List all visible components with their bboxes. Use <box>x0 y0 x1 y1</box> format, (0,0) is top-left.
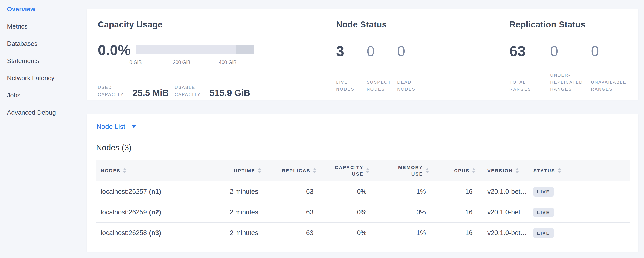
sidebar-item-metrics[interactable]: Metrics <box>0 18 85 35</box>
uptime-cell: 2 minutes <box>212 223 266 243</box>
capacity-gauge-used-segment <box>136 47 136 52</box>
column-header-cpus[interactable]: CPUS <box>433 160 480 181</box>
version-cell: v20.1.0-bet… <box>480 181 530 202</box>
sidebar-item-statements[interactable]: Statements <box>0 52 85 69</box>
replication-status-title: Replication Status <box>510 20 586 29</box>
total-ranges-count: 63 <box>510 44 546 58</box>
capacity-gauge-axis: 0 GiB 200 GiB 400 GiB <box>136 60 254 66</box>
cpus-cell: 16 <box>433 181 480 202</box>
suspect-nodes-stat: 0 SUSPECT NODES <box>367 44 390 93</box>
node-status-stats: 3 LIVE NODES 0 SUSPECT NODES 0 DEAD NODE… <box>336 44 428 93</box>
status-badge: LIVE <box>534 187 554 197</box>
node-address-cell[interactable]: localhost:26257(n1) <box>96 181 212 202</box>
node-list-card: Node List Nodes (3) NODES UPTIME REPLICA… <box>86 114 638 252</box>
memory-use-cell: 1% <box>374 181 433 202</box>
replicas-cell: 63 <box>266 202 320 222</box>
sort-icon[interactable] <box>558 168 561 173</box>
unavailable-ranges-stat: 0 UNAVAILABLE RANGES <box>591 44 628 93</box>
sort-icon[interactable] <box>123 168 126 173</box>
node-status-title: Node Status <box>336 20 387 29</box>
column-header-uptime[interactable]: UPTIME <box>212 160 266 181</box>
sidebar-item-databases[interactable]: Databases <box>0 35 85 52</box>
table-row-node-1[interactable]: localhost:26257(n1) 2 minutes 63 0% 1% 1… <box>96 181 630 202</box>
sidebar-item-jobs[interactable]: Jobs <box>0 87 85 104</box>
sort-icon[interactable] <box>426 168 429 173</box>
sidebar-nav: Overview Metrics Databases Statements Ne… <box>0 1 85 121</box>
replicas-cell: 63 <box>266 181 320 202</box>
status-cell: LIVE <box>530 223 630 243</box>
live-nodes-label: LIVE NODES <box>336 79 360 93</box>
column-header-status[interactable]: STATUS <box>530 160 630 181</box>
node-address: localhost:26258 <box>101 229 147 237</box>
capacity-used-percent: 0.0% <box>98 43 131 57</box>
sort-icon[interactable] <box>258 168 261 173</box>
capacity-use-cell: 0% <box>320 223 374 243</box>
used-capacity-value: 25.5 MiB <box>132 88 169 98</box>
column-label: STATUS <box>534 167 555 174</box>
uptime-cell: 2 minutes <box>212 202 266 222</box>
cluster-summary-card: Capacity Usage 0.0% 0 GiB 200 GiB 400 Gi… <box>86 9 638 100</box>
under-replicated-ranges-stat: 0 UNDER-REPLICATED RANGES <box>550 44 587 93</box>
usable-capacity-label: USABLE CAPACITY <box>175 84 204 98</box>
nodes-table: NODES UPTIME REPLICAS CAPACITY USE MEMOR… <box>96 160 630 243</box>
sort-icon[interactable] <box>313 168 316 173</box>
nodes-table-header: NODES UPTIME REPLICAS CAPACITY USE MEMOR… <box>96 160 630 181</box>
chevron-down-icon <box>132 125 136 128</box>
status-cell: LIVE <box>530 181 630 202</box>
column-label: REPLICAS <box>282 167 310 174</box>
capacity-gauge: 0 GiB 200 GiB 400 GiB <box>136 45 254 66</box>
sidebar-item-advanced-debug[interactable]: Advanced Debug <box>0 104 85 121</box>
memory-use-cell: 1% <box>374 223 433 243</box>
capacity-usage-title: Capacity Usage <box>98 20 162 29</box>
cpus-cell: 16 <box>433 202 480 222</box>
node-address: localhost:26257 <box>101 188 147 195</box>
unavailable-ranges-label: UNAVAILABLE RANGES <box>591 79 628 93</box>
total-ranges-label: TOTAL RANGES <box>510 79 546 93</box>
under-replicated-ranges-count: 0 <box>550 44 587 58</box>
node-address: localhost:26259 <box>101 208 147 216</box>
table-row-node-3[interactable]: localhost:26258(n3) 2 minutes 63 0% 1% 1… <box>96 223 630 243</box>
version-cell: v20.1.0-bet… <box>480 202 530 222</box>
column-label: CPUS <box>454 167 470 174</box>
capacity-footer-stats: USED CAPACITY 25.5 MiB USABLE CAPACITY 5… <box>98 84 250 98</box>
capacity-gauge-ticks <box>136 55 254 58</box>
node-address-cell[interactable]: localhost:26259(n2) <box>96 202 212 222</box>
sort-icon[interactable] <box>516 168 519 173</box>
unavailable-ranges-count: 0 <box>591 44 628 58</box>
node-address-cell[interactable]: localhost:26258(n3) <box>96 223 212 243</box>
column-header-nodes[interactable]: NODES <box>96 160 212 181</box>
usable-capacity-value: 515.9 GiB <box>210 88 250 98</box>
dead-nodes-stat: 0 DEAD NODES <box>397 44 421 93</box>
table-row-node-2[interactable]: localhost:26259(n2) 2 minutes 63 0% 0% 1… <box>96 202 630 223</box>
status-cell: LIVE <box>530 202 630 222</box>
column-header-replicas[interactable]: REPLICAS <box>266 160 320 181</box>
axis-label-0gib: 0 GiB <box>130 60 142 65</box>
capacity-use-cell: 0% <box>320 181 374 202</box>
axis-label-200gib: 200 GiB <box>173 60 190 65</box>
node-list-dropdown[interactable]: Node List <box>87 114 638 139</box>
status-badge: LIVE <box>534 208 554 217</box>
sidebar-item-overview[interactable]: Overview <box>0 1 85 18</box>
replication-status-stats: 63 TOTAL RANGES 0 UNDER-REPLICATED RANGE… <box>510 44 632 93</box>
total-ranges-stat: 63 TOTAL RANGES <box>510 44 546 93</box>
capacity-gauge-bar <box>136 45 254 54</box>
live-nodes-stat: 3 LIVE NODES <box>336 44 360 93</box>
uptime-cell: 2 minutes <box>212 181 266 202</box>
suspect-nodes-label: SUSPECT NODES <box>367 79 390 93</box>
suspect-nodes-count: 0 <box>367 44 390 58</box>
capacity-gauge-reserved-segment <box>236 45 254 54</box>
column-header-memory-use[interactable]: MEMORY USE <box>374 160 433 181</box>
column-header-capacity-use[interactable]: CAPACITY USE <box>320 160 374 181</box>
sort-icon[interactable] <box>366 168 370 173</box>
column-header-version[interactable]: VERSION <box>480 160 530 181</box>
replicas-cell: 63 <box>266 223 320 243</box>
version-cell: v20.1.0-bet… <box>480 223 530 243</box>
node-id: (n3) <box>149 229 161 237</box>
sidebar-item-network-latency[interactable]: Network Latency <box>0 69 85 87</box>
node-list-dropdown-label[interactable]: Node List <box>96 123 125 131</box>
used-capacity-label: USED CAPACITY <box>98 84 128 98</box>
node-id: (n2) <box>149 208 161 216</box>
sort-icon[interactable] <box>472 168 476 173</box>
cluster-overview-page: { "sidebar": { "items": [ {"label": "Ove… <box>0 0 644 258</box>
capacity-use-cell: 0% <box>320 202 374 222</box>
